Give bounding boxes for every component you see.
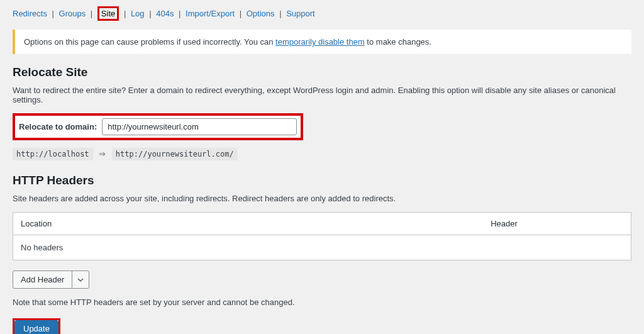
tab-redirects[interactable]: Redirects	[13, 9, 47, 18]
tab-404s[interactable]: 404s	[156, 9, 174, 18]
notice-prefix: Options on this page can cause problems …	[24, 37, 275, 47]
tab-options[interactable]: Options	[247, 9, 275, 18]
relocate-highlight-box: Relocate to domain:	[13, 113, 303, 140]
relocate-domain-input[interactable]	[102, 118, 297, 135]
tab-bar: Redirects | Groups | Site | Log | 404s |…	[13, 6, 631, 21]
arrow-icon: ⇒	[99, 149, 106, 159]
tab-groups[interactable]: Groups	[59, 9, 86, 18]
col-location: Location	[21, 219, 491, 228]
tab-site[interactable]: Site	[101, 9, 115, 18]
table-empty-row: No headers	[13, 235, 631, 260]
headers-heading: HTTP Headers	[13, 174, 631, 187]
example-to: http://yournewsiteurl.com/	[112, 148, 238, 160]
relocate-description: Want to redirect the entire site? Enter …	[13, 86, 631, 104]
tab-log[interactable]: Log	[131, 9, 145, 18]
tab-import-export[interactable]: Import/Export	[186, 9, 235, 18]
relocate-label: Relocate to domain:	[19, 122, 97, 131]
table-header-row: Location Header	[13, 213, 631, 235]
update-highlight-box: Update	[13, 318, 60, 334]
notice-suffix: to make changes.	[365, 37, 431, 47]
warning-notice: Options on this page can cause problems …	[13, 30, 631, 54]
example-from: http://localhost	[13, 148, 93, 160]
notice-link[interactable]: temporarily disable them	[275, 37, 365, 47]
chevron-down-icon[interactable]	[72, 271, 89, 288]
update-button[interactable]: Update	[14, 320, 58, 334]
relocate-example: http://localhost ⇒ http://yournewsiteurl…	[13, 149, 631, 159]
headers-note: Note that some HTTP headers are set by y…	[13, 298, 631, 307]
relocate-heading: Relocate Site	[13, 65, 631, 79]
tab-support[interactable]: Support	[286, 9, 315, 18]
add-header-dropdown[interactable]: Add Header	[13, 270, 89, 289]
add-header-button[interactable]: Add Header	[13, 271, 72, 288]
headers-description: Site headers are added across your site,…	[13, 194, 631, 203]
tab-site-highlight: Site	[97, 6, 119, 21]
headers-table: Location Header No headers	[13, 212, 631, 260]
col-header: Header	[491, 219, 623, 228]
